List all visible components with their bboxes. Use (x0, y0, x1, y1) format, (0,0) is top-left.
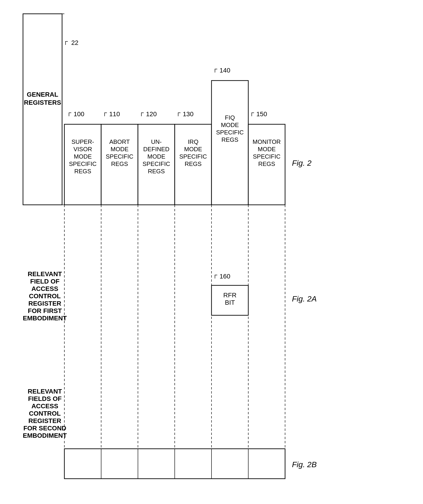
svg-text:130: 130 (183, 110, 194, 118)
svg-text:FIQ: FIQ (225, 114, 235, 121)
svg-text:SPECIFIC: SPECIFIC (142, 160, 170, 167)
svg-text:SPECIFIC: SPECIFIC (69, 160, 97, 167)
svg-text:MODE: MODE (147, 153, 165, 160)
svg-text:SPECIFIC: SPECIFIC (179, 153, 207, 160)
svg-text:SPECIFIC: SPECIFIC (216, 129, 244, 136)
svg-text:REGS: REGS (258, 160, 275, 167)
svg-text:110: 110 (109, 110, 120, 118)
svg-text:CONTROL: CONTROL (29, 410, 61, 417)
svg-text:SPECIFIC: SPECIFIC (253, 153, 281, 160)
svg-text:ACCESS: ACCESS (31, 285, 59, 292)
svg-text:ABORT: ABORT (109, 138, 130, 145)
svg-text:IRQ: IRQ (188, 138, 198, 145)
svg-text:REGISTER: REGISTER (28, 417, 61, 424)
svg-text:MODE: MODE (184, 146, 202, 153)
svg-text:UN-: UN- (151, 138, 162, 145)
svg-text:ACCESS: ACCESS (31, 402, 59, 410)
svg-text:RELEVANT: RELEVANT (28, 388, 62, 395)
svg-text:150: 150 (256, 110, 267, 118)
svg-text:140: 140 (220, 67, 230, 74)
svg-text:RFR: RFR (223, 292, 236, 299)
svg-text:BIT: BIT (225, 299, 235, 306)
svg-text:FOR FIRST: FOR FIRST (28, 307, 62, 314)
svg-text:FOR SECOND: FOR SECOND (24, 425, 66, 432)
svg-text:160: 160 (220, 273, 230, 280)
svg-text:Fig. 2: Fig. 2 (292, 159, 311, 167)
svg-text:VISOR: VISOR (74, 146, 92, 153)
svg-text:DEFINED: DEFINED (143, 146, 170, 153)
svg-text:REGISTER: REGISTER (28, 300, 61, 307)
svg-text:EMBODIMENT: EMBODIMENT (23, 432, 67, 439)
svg-text:22: 22 (71, 39, 78, 46)
svg-text:CONTROL: CONTROL (29, 293, 61, 300)
svg-text:SUPER-: SUPER- (71, 138, 94, 145)
svg-text:GENERAL: GENERAL (27, 91, 59, 98)
svg-text:REGISTERS: REGISTERS (24, 99, 61, 106)
svg-text:MODE: MODE (111, 146, 129, 153)
svg-text:MONITOR: MONITOR (253, 138, 281, 145)
svg-text:MODE: MODE (221, 121, 239, 128)
svg-text:REGS: REGS (221, 136, 238, 143)
svg-text:100: 100 (74, 110, 84, 118)
svg-text:MODE: MODE (258, 146, 276, 153)
svg-text:REGS: REGS (148, 168, 165, 175)
svg-text:Fig. 2B: Fig. 2B (292, 460, 317, 469)
svg-text:REGS: REGS (111, 160, 128, 167)
svg-text:SPECIFIC: SPECIFIC (106, 153, 133, 160)
svg-rect-0 (23, 14, 62, 205)
svg-text:FIELDS OF: FIELDS OF (28, 395, 62, 402)
svg-text:REGS: REGS (185, 160, 202, 167)
diagram-container: GENERAL REGISTERS 22 100 110 120 130 140 (0, 0, 423, 504)
svg-text:RELEVANT: RELEVANT (28, 270, 62, 277)
svg-text:MODE: MODE (74, 153, 92, 160)
svg-text:FIELD OF: FIELD OF (30, 278, 59, 285)
svg-text:Fig. 2A: Fig. 2A (292, 294, 317, 303)
svg-text:120: 120 (146, 110, 157, 118)
svg-text:REGS: REGS (74, 168, 91, 175)
svg-text:EMBODIMENT: EMBODIMENT (23, 315, 67, 322)
